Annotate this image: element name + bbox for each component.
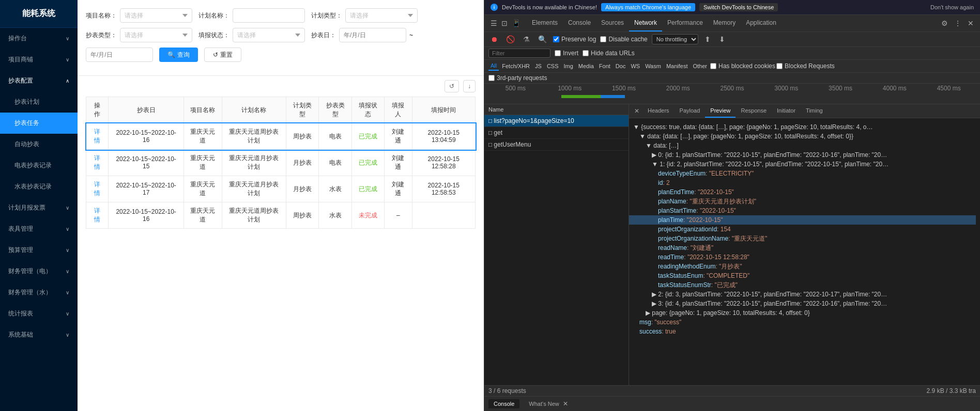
tab-network[interactable]: Network	[629, 15, 662, 31]
request-item-2[interactable]: □ getUserMenu	[484, 139, 629, 151]
preserve-log-label[interactable]: Preserve log	[553, 36, 596, 43]
search-icon: 🔍	[167, 51, 175, 58]
sidebar-item-stats-report[interactable]: 统计报表 ∨	[0, 303, 78, 324]
filter-other[interactable]: Other	[691, 62, 709, 70]
dont-show-button[interactable]: Don't show again	[930, 4, 974, 10]
filter-img[interactable]: Img	[562, 62, 575, 70]
detail-link[interactable]: 详情	[94, 128, 100, 144]
detail-tab-initiator[interactable]: Initiator	[772, 104, 801, 118]
filter-doc[interactable]: Doc	[614, 62, 628, 70]
detail-link[interactable]: 详情	[94, 154, 100, 170]
clear-button[interactable]: 🚫	[504, 34, 517, 44]
blocked-requests-checkbox[interactable]	[776, 63, 783, 69]
filter-ws[interactable]: WS	[629, 62, 642, 70]
has-blocked-cookies-checkbox[interactable]	[710, 63, 716, 69]
filter-font[interactable]: Font	[597, 62, 612, 70]
project-select[interactable]: 请选择	[120, 8, 192, 23]
refresh-table-button[interactable]: ↺	[445, 80, 459, 92]
invert-label[interactable]: Invert	[555, 50, 578, 57]
sidebar-item-water-record[interactable]: 水表抄表记录	[0, 176, 78, 197]
tab-performance[interactable]: Performance	[662, 15, 708, 31]
whats-new-tab[interactable]: What's New ✕	[524, 399, 573, 409]
whats-new-close[interactable]: ✕	[563, 400, 568, 407]
blocked-requests-label[interactable]: Blocked Requests	[776, 62, 835, 70]
tab-application[interactable]: Application	[741, 15, 782, 31]
sidebar-item-system-base[interactable]: 系统基础 ∨	[0, 324, 78, 345]
sidebar-item-meter-config[interactable]: 抄表配置 ∧	[0, 70, 78, 91]
match-language-button[interactable]: Always match Chrome's language	[601, 3, 695, 11]
has-blocked-cookies-label[interactable]: Has blocked cookies	[710, 62, 775, 70]
console-tab[interactable]: Console	[488, 399, 519, 408]
filter-xhr[interactable]: Fetch/XHR	[500, 62, 532, 70]
meter-date-input[interactable]	[339, 28, 406, 42]
hide-data-urls-label[interactable]: Hide data URLs	[583, 50, 635, 57]
query-button[interactable]: 🔍 查询	[159, 48, 198, 62]
disable-cache-checkbox[interactable]	[600, 36, 606, 42]
devtools-settings-icon[interactable]: ⚙	[939, 17, 950, 29]
sidebar-item-meter-plan[interactable]: 抄表计划	[0, 91, 78, 113]
devtools-hamburger-icon[interactable]: ☰	[488, 17, 499, 29]
project-field: 项目名称： 请选择	[86, 8, 192, 23]
filter-manifest[interactable]: Manifest	[664, 62, 690, 70]
preview-line: taskStatusEnum: "COMPLETED"	[633, 271, 976, 280]
filter-js[interactable]: JS	[533, 62, 544, 70]
devtools-panel: i DevTools is now available in Chinese! …	[484, 0, 980, 411]
preview-line: readName: "刘建通"	[633, 243, 976, 252]
third-party-label[interactable]: 3rd-party requests	[488, 74, 547, 82]
tab-console[interactable]: Console	[563, 15, 596, 31]
detail-link[interactable]: 详情	[94, 207, 100, 223]
filter-wasm[interactable]: Wasm	[643, 62, 663, 70]
sidebar-item-meter-mgmt[interactable]: 表具管理 ∨	[0, 218, 78, 240]
preserve-log-checkbox[interactable]	[553, 36, 559, 42]
network-filter-input[interactable]	[488, 49, 550, 58]
invert-checkbox[interactable]	[555, 50, 561, 56]
plan-type-select[interactable]: 请选择	[345, 8, 418, 23]
record-button[interactable]: ⏺	[488, 34, 500, 44]
download-button[interactable]: ↓	[463, 80, 476, 92]
filter-media[interactable]: Media	[576, 62, 596, 70]
import-icon[interactable]: ⬆	[702, 34, 713, 44]
meter-type-select[interactable]: 请选择	[120, 28, 192, 42]
sidebar-item-elec-record[interactable]: 电表抄表记录	[0, 155, 78, 176]
request-item-1[interactable]: □ get	[484, 127, 629, 139]
status-select[interactable]: 请选择	[233, 28, 305, 42]
search-network-button[interactable]: 🔍	[536, 34, 549, 44]
reset-button[interactable]: ↺ 重置	[204, 48, 241, 62]
detail-tab-response[interactable]: Response	[736, 104, 772, 118]
sidebar-item-finance-water[interactable]: 财务管理（水） ∨	[0, 282, 78, 303]
detail-tab-headers[interactable]: Headers	[642, 104, 675, 118]
request-item-0[interactable]: □ list?pageNo=1&pageSize=10	[484, 115, 629, 127]
meter-type-cell: 电表	[319, 150, 351, 176]
devtools-more-icon[interactable]: ⋮	[952, 17, 963, 29]
sidebar-item-meter-task[interactable]: 抄表任务	[0, 113, 78, 134]
detail-pane-close[interactable]: ✕	[631, 105, 642, 117]
sidebar-item-dashboard[interactable]: 操作台 ∨	[0, 28, 78, 49]
network-filter-tabs: All Fetch/XHR JS CSS Img Media Font Doc …	[484, 60, 980, 73]
detail-tab-preview[interactable]: Preview	[705, 104, 736, 118]
export-icon[interactable]: ⬇	[717, 34, 727, 44]
sidebar-item-budget-mgmt[interactable]: 预算管理 ∨	[0, 240, 78, 261]
sidebar-item-project-store[interactable]: 项目商铺 ∨	[0, 49, 78, 70]
detail-tab-payload[interactable]: Payload	[675, 104, 706, 118]
sidebar-item-finance-elec[interactable]: 财务管理（电） ∨	[0, 261, 78, 282]
plan-name-input[interactable]	[233, 8, 305, 23]
disable-cache-label[interactable]: Disable cache	[600, 36, 647, 43]
tab-sources[interactable]: Sources	[596, 15, 629, 31]
throttle-select[interactable]: No throttling	[652, 34, 698, 44]
filter-button[interactable]: ⚗	[521, 34, 532, 44]
devtools-pointer-icon[interactable]: ⊡	[499, 17, 510, 29]
third-party-checkbox[interactable]	[488, 75, 495, 81]
sidebar-item-monthly-invoice[interactable]: 计划月报发票 ∨	[0, 197, 78, 218]
devtools-close-icon[interactable]: ✕	[966, 17, 976, 29]
switch-devtools-button[interactable]: Switch DevTools to Chinese	[699, 3, 778, 11]
detail-link[interactable]: 详情	[94, 181, 100, 197]
filter-all[interactable]: All	[488, 61, 499, 71]
tab-memory[interactable]: Memory	[708, 15, 741, 31]
date-start-input[interactable]	[86, 48, 153, 62]
devtools-mobile-icon[interactable]: 📱	[510, 17, 523, 29]
detail-tab-timing[interactable]: Timing	[801, 104, 828, 118]
filter-css[interactable]: CSS	[545, 62, 561, 70]
sidebar-item-auto-meter[interactable]: 自动抄表	[0, 134, 78, 155]
hide-data-urls-checkbox[interactable]	[583, 50, 589, 56]
tab-elements[interactable]: Elements	[527, 15, 563, 31]
